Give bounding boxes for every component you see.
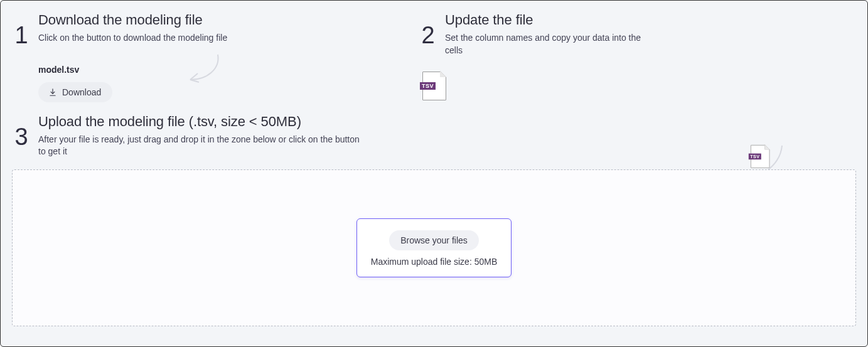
tsv-file-icon: TSV [751, 145, 769, 168]
tsv-badge: TSV [749, 154, 761, 160]
browse-files-button[interactable]: Browse your files [389, 230, 479, 250]
download-icon [48, 88, 57, 97]
upload-dropzone[interactable]: Browse your files Maximum upload file si… [12, 169, 856, 326]
step-title: Upload the modeling file (.tsv, size < 5… [38, 114, 856, 130]
step-2: 2 Update the file Set the column names a… [419, 12, 814, 102]
step-description: Set the column names and copy your data … [445, 32, 658, 56]
step-title: Download the modeling file [38, 12, 407, 28]
step-title: Update the file [445, 12, 814, 28]
dropzone-inner-box: Browse your files Maximum upload file si… [356, 218, 512, 277]
tsv-file-icon: TSV [422, 72, 446, 100]
step-number: 3 [12, 125, 31, 149]
download-button[interactable]: Download [38, 82, 112, 102]
upload-wizard-panel: 1 Download the modeling file Click on th… [0, 0, 868, 347]
model-filename: model.tsv [38, 65, 407, 75]
step-number: 1 [12, 23, 31, 47]
step-number: 2 [419, 23, 437, 47]
download-button-label: Download [62, 87, 101, 97]
tsv-badge: TSV [420, 82, 436, 90]
step-description: Click on the button to download the mode… [38, 32, 252, 45]
steps-row-top: 1 Download the modeling file Click on th… [12, 12, 856, 102]
step-1: 1 Download the modeling file Click on th… [12, 12, 407, 102]
step-description: After your file is ready, just drag and … [38, 134, 365, 158]
max-upload-size-text: Maximum upload file size: 50MB [371, 257, 498, 267]
step-3: 3 Upload the modeling file (.tsv, size <… [12, 114, 856, 158]
browse-files-label: Browse your files [400, 235, 468, 245]
